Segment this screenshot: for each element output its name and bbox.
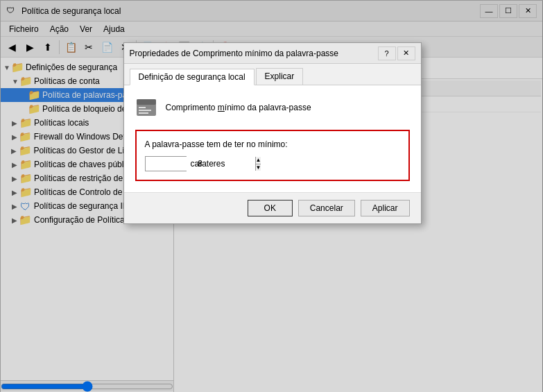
policy-icon <box>135 96 157 119</box>
svg-rect-1 <box>137 99 156 105</box>
spinbox-up-button[interactable]: ▲ <box>256 157 261 164</box>
dialog-tabs: Definição de segurança local Explicar <box>124 64 421 85</box>
policy-icon-row: Comprimento mínimo da palavra-passe <box>135 96 410 119</box>
tab-explicar[interactable]: Explicar <box>256 68 304 85</box>
spinbox-down-button[interactable]: ▼ <box>256 164 261 171</box>
dialog-help-button[interactable]: ? <box>378 46 396 60</box>
password-box: A palavra-passe tem de ter no mínimo: ▲ … <box>135 130 410 181</box>
dialog-footer: OK Cancelar Aplicar <box>124 192 421 223</box>
policy-name-label: Comprimento mínimo da palavra-passe <box>166 103 311 112</box>
svg-rect-4 <box>139 112 148 114</box>
dialog: Propriedades de Comprimento mínimo da pa… <box>123 42 422 224</box>
password-unit-label: carateres <box>191 159 225 169</box>
cancel-button[interactable]: Cancelar <box>298 200 355 216</box>
dialog-title-buttons: ? ✕ <box>378 46 415 60</box>
spinbox-arrows: ▲ ▼ <box>255 157 261 171</box>
tab-definicao-local[interactable]: Definição de segurança local <box>130 69 255 85</box>
svg-rect-2 <box>139 107 146 108</box>
dialog-title-text: Propriedades de Comprimento mínimo da pa… <box>130 49 378 58</box>
dialog-close-button[interactable]: ✕ <box>397 46 415 60</box>
ok-button[interactable]: OK <box>248 200 293 216</box>
password-input-row: ▲ ▼ carateres <box>145 156 400 171</box>
svg-rect-3 <box>139 110 151 111</box>
password-box-label: A palavra-passe tem de ter no mínimo: <box>145 139 400 149</box>
main-window: 🛡 Política de segurança local — ☐ ✕ Fich… <box>0 0 543 392</box>
password-spinbox: ▲ ▼ <box>145 156 187 171</box>
dialog-title-bar: Propriedades de Comprimento mínimo da pa… <box>124 43 421 64</box>
dialog-overlay: Propriedades de Comprimento mínimo da pa… <box>1 1 543 392</box>
dialog-content: Comprimento mínimo da palavra-passe A pa… <box>124 85 421 192</box>
apply-button[interactable]: Aplicar <box>361 200 410 216</box>
